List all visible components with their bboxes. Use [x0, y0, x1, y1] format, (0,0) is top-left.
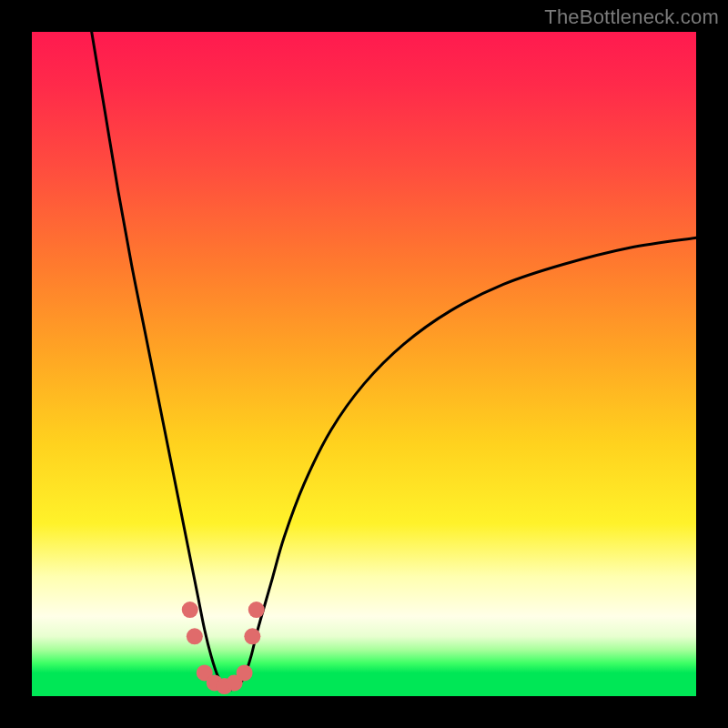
bottleneck-curve	[92, 32, 696, 690]
marker-dot	[237, 664, 253, 681]
plot-area	[32, 32, 696, 696]
marker-dot	[248, 602, 265, 618]
chart-frame: TheBottleneck.com	[0, 0, 728, 728]
watermark-text: TheBottleneck.com	[544, 5, 719, 29]
marker-dot	[187, 628, 203, 644]
chart-svg	[32, 32, 696, 696]
marker-dot	[182, 602, 198, 618]
marker-dot	[244, 628, 260, 644]
